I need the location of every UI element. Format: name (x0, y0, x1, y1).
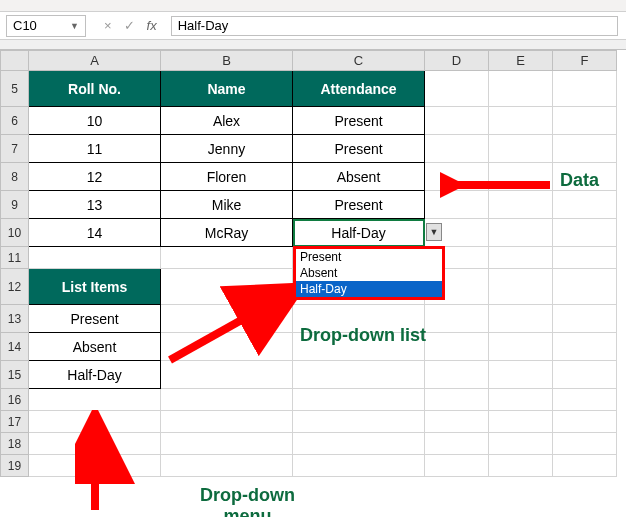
cell[interactable] (553, 433, 617, 455)
list-item[interactable]: Half-Day (29, 361, 161, 389)
col-header[interactable]: D (425, 51, 489, 71)
select-all-corner[interactable] (1, 51, 29, 71)
cell[interactable] (489, 135, 553, 163)
cell[interactable] (489, 163, 553, 191)
cell[interactable] (29, 389, 161, 411)
row-header[interactable]: 19 (1, 455, 29, 477)
cell[interactable] (293, 305, 425, 333)
table-header-name[interactable]: Name (161, 71, 293, 107)
cell[interactable] (29, 433, 161, 455)
cell[interactable] (161, 305, 293, 333)
cell[interactable] (553, 71, 617, 107)
cell[interactable] (553, 411, 617, 433)
cell[interactable] (489, 219, 553, 247)
row-header[interactable]: 10 (1, 219, 29, 247)
row-header[interactable]: 8 (1, 163, 29, 191)
cell-att[interactable]: Present (293, 191, 425, 219)
row-header[interactable]: 13 (1, 305, 29, 333)
cell[interactable] (489, 333, 553, 361)
row-header[interactable]: 5 (1, 71, 29, 107)
row-header[interactable]: 9 (1, 191, 29, 219)
cell[interactable] (161, 411, 293, 433)
dropdown-option[interactable]: Present (296, 249, 442, 265)
cell[interactable] (161, 361, 293, 389)
cell[interactable] (425, 163, 489, 191)
cell[interactable] (425, 305, 489, 333)
formula-bar-input[interactable]: Half-Day (171, 16, 618, 36)
cell[interactable] (489, 71, 553, 107)
cell-name[interactable]: Floren (161, 163, 293, 191)
cell[interactable] (553, 163, 617, 191)
cell[interactable] (161, 269, 293, 305)
cell[interactable] (293, 411, 425, 433)
name-box[interactable]: C10 ▼ (6, 15, 86, 37)
cell-att[interactable]: Present (293, 135, 425, 163)
dropdown-option[interactable]: Absent (296, 265, 442, 281)
cell-name[interactable]: Mike (161, 191, 293, 219)
cell[interactable] (489, 411, 553, 433)
cell[interactable] (293, 361, 425, 389)
cell-roll[interactable]: 13 (29, 191, 161, 219)
list-item[interactable]: Absent (29, 333, 161, 361)
cell[interactable] (425, 389, 489, 411)
cell[interactable] (489, 247, 553, 269)
cell[interactable] (425, 455, 489, 477)
fx-icon[interactable]: fx (147, 18, 157, 33)
cell[interactable] (425, 333, 489, 361)
dropdown-list[interactable]: Present Absent Half-Day (293, 246, 445, 300)
cell[interactable] (425, 411, 489, 433)
cell-name[interactable]: Alex (161, 107, 293, 135)
table-header-attendance[interactable]: Attendance (293, 71, 425, 107)
col-header[interactable]: C (293, 51, 425, 71)
cell-roll[interactable]: 10 (29, 107, 161, 135)
cell[interactable] (553, 191, 617, 219)
dropdown-option-selected[interactable]: Half-Day (296, 281, 442, 297)
row-header[interactable]: 16 (1, 389, 29, 411)
cell[interactable] (425, 191, 489, 219)
cell[interactable] (553, 219, 617, 247)
cell[interactable] (489, 305, 553, 333)
cell[interactable] (553, 455, 617, 477)
row-header[interactable]: 18 (1, 433, 29, 455)
cell[interactable] (489, 389, 553, 411)
dropdown-button[interactable]: ▼ (426, 223, 442, 241)
cell[interactable] (489, 191, 553, 219)
cell-att[interactable]: Present (293, 107, 425, 135)
row-header[interactable]: 6 (1, 107, 29, 135)
row-header[interactable]: 7 (1, 135, 29, 163)
cell-roll[interactable]: 12 (29, 163, 161, 191)
cell[interactable] (489, 269, 553, 305)
cell[interactable] (553, 135, 617, 163)
cell-roll[interactable]: 11 (29, 135, 161, 163)
row-header[interactable]: 15 (1, 361, 29, 389)
cell-att-selected[interactable]: Half-Day ▼ Present Absent Half-Day (293, 219, 425, 247)
cell[interactable] (161, 247, 293, 269)
cell[interactable] (161, 389, 293, 411)
cell[interactable] (161, 455, 293, 477)
cell[interactable] (293, 433, 425, 455)
row-header[interactable]: 12 (1, 269, 29, 305)
col-header[interactable]: E (489, 51, 553, 71)
grid[interactable]: A B C D E F 5 Roll No. Name Attendance 6… (0, 50, 617, 477)
cell[interactable] (293, 455, 425, 477)
cell[interactable] (425, 433, 489, 455)
worksheet[interactable]: A B C D E F 5 Roll No. Name Attendance 6… (0, 50, 626, 477)
col-header[interactable]: A (29, 51, 161, 71)
list-items-header[interactable]: List Items (29, 269, 161, 305)
cell[interactable] (29, 411, 161, 433)
cell[interactable] (425, 361, 489, 389)
cell[interactable] (425, 71, 489, 107)
cell[interactable] (425, 107, 489, 135)
cell[interactable] (553, 247, 617, 269)
cell[interactable] (553, 389, 617, 411)
cell[interactable] (293, 333, 425, 361)
cell[interactable] (553, 107, 617, 135)
cell-name[interactable]: Jenny (161, 135, 293, 163)
chevron-down-icon[interactable]: ▼ (70, 21, 79, 31)
cell[interactable] (553, 305, 617, 333)
cell-roll[interactable]: 14 (29, 219, 161, 247)
cell[interactable] (29, 455, 161, 477)
row-header[interactable]: 17 (1, 411, 29, 433)
cell[interactable] (489, 455, 553, 477)
cell[interactable] (489, 433, 553, 455)
